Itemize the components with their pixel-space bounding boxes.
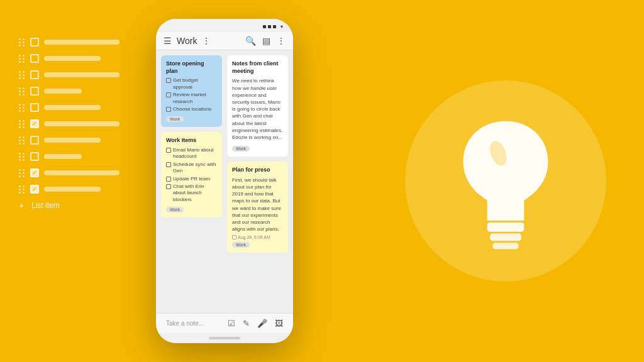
list-row-2: [19, 70, 132, 79]
row-dots-icon: [19, 104, 25, 112]
row-checkbox[interactable]: ✓: [30, 185, 39, 194]
phone-mockup: ▾ ☰ Work ⋮ 🔍 ▤ ⋮ Store opening plan Get …: [156, 19, 293, 343]
work-items-title: Work Items: [166, 137, 217, 145]
preso-text: First, we should talk about our plan for…: [232, 177, 283, 233]
row-dots-icon: [19, 71, 25, 79]
note-plan-preso[interactable]: Plan for preso First, we should talk abo…: [227, 162, 288, 253]
app-header: ☰ Work ⋮ 🔍 ▤ ⋮: [156, 32, 293, 50]
row-bar: [44, 138, 101, 143]
status-bar: ▾: [156, 19, 293, 32]
row-bar: [44, 170, 119, 175]
row-dots-icon: [19, 120, 25, 128]
row-checkbox[interactable]: [30, 54, 39, 63]
row-checkbox[interactable]: [30, 38, 39, 47]
note-client-meeting[interactable]: Notes from client meeting We need to ret…: [227, 55, 288, 156]
wcheckbox-2[interactable]: [166, 162, 171, 167]
bottom-icons: ☑ ✎ 🎤 🖼: [228, 319, 283, 328]
work-items-tag[interactable]: Work: [166, 207, 184, 212]
client-meeting-tag[interactable]: Work: [232, 146, 250, 151]
note-work-items[interactable]: Work Items Email Mario about headcount S…: [161, 132, 222, 217]
left-panel: ✓✓✓ + List item: [19, 38, 132, 210]
list-row-9: ✓: [19, 185, 132, 194]
wcheckbox-3[interactable]: [166, 177, 171, 182]
list-row-5: ✓: [19, 119, 132, 128]
note-title: Store opening plan: [166, 60, 217, 75]
row-dots-icon: [19, 136, 25, 145]
row-bar: [44, 105, 101, 110]
checklist-icon[interactable]: ☑: [228, 319, 235, 328]
row-bar: [44, 56, 101, 61]
row-checkbox[interactable]: ✓: [30, 168, 39, 177]
list-row-7: [19, 152, 132, 161]
row-checkbox[interactable]: [30, 87, 39, 96]
plus-icon: +: [19, 201, 28, 210]
signal-dots: [263, 25, 276, 28]
wifi-icon: ▾: [280, 24, 283, 30]
note-store-opening[interactable]: Store opening plan Get budget approval R…: [161, 55, 222, 127]
list-row-1: [19, 54, 132, 63]
list-row-8: ✓: [19, 168, 132, 177]
row-dots-icon: [19, 169, 25, 177]
mic-icon[interactable]: 🎤: [257, 319, 267, 328]
notes-right-column: Notes from client meeting We need to ret…: [227, 55, 288, 308]
list-row-0: [19, 38, 132, 47]
svg-rect-1: [490, 234, 521, 241]
add-item-label: List item: [31, 201, 60, 210]
check-item-3: Choose locations: [166, 106, 217, 112]
row-bar: [44, 187, 101, 192]
row-checkbox[interactable]: [30, 103, 39, 112]
header-more-icon[interactable]: ⋮: [202, 36, 211, 46]
notes-grid: Store opening plan Get budget approval R…: [156, 50, 293, 313]
svg-rect-0: [487, 222, 525, 232]
pen-icon[interactable]: ✎: [243, 319, 250, 328]
layout-icon[interactable]: ▤: [262, 36, 270, 46]
check-item-1: Get budget approval: [166, 77, 217, 90]
row-dots-icon: [19, 185, 25, 194]
preso-tag[interactable]: Work: [232, 242, 250, 248]
wcheckbox-4[interactable]: [166, 184, 171, 189]
row-checkbox[interactable]: [30, 152, 39, 161]
wcheckbox-1[interactable]: [166, 148, 171, 153]
svg-rect-2: [492, 243, 518, 249]
row-dots-icon: [19, 153, 25, 161]
client-meeting-title: Notes from client meeting: [232, 60, 283, 75]
list-row-3: [19, 87, 132, 96]
add-list-item[interactable]: + List item: [19, 201, 132, 210]
checkbox-3[interactable]: [166, 107, 171, 112]
notes-left-column: Store opening plan Get budget approval R…: [161, 55, 222, 308]
work-check-2: Schedule sync with Gen: [166, 162, 217, 175]
row-bar: [44, 40, 119, 45]
home-indicator: [156, 333, 293, 343]
app-title: Work: [177, 36, 197, 46]
row-bar: [44, 154, 82, 159]
work-check-1: Email Mario about headcount: [166, 147, 217, 160]
bottom-bar: Take a note... ☑ ✎ 🎤 🖼: [156, 313, 293, 333]
checkbox-2[interactable]: [166, 92, 171, 97]
row-dots-icon: [19, 38, 25, 47]
take-note-placeholder[interactable]: Take a note...: [166, 320, 228, 327]
client-meeting-text: We need to rethink how we handle user ex…: [232, 77, 283, 141]
options-icon[interactable]: ⋮: [277, 36, 286, 46]
lightbulb-circle: [405, 80, 606, 282]
row-checkbox[interactable]: [30, 70, 39, 79]
lightbulb-svg: [449, 112, 562, 250]
row-dots-icon: [19, 55, 25, 63]
search-icon[interactable]: 🔍: [245, 36, 256, 46]
note-tag-work[interactable]: Work: [166, 116, 184, 122]
image-icon[interactable]: 🖼: [275, 319, 283, 328]
row-dots-icon: [19, 87, 25, 96]
work-check-3: Update PR team: [166, 176, 217, 182]
preso-title: Plan for preso: [232, 167, 283, 174]
list-row-4: [19, 103, 132, 112]
home-bar: [209, 337, 240, 339]
row-checkbox[interactable]: [30, 136, 39, 145]
list-row-6: [19, 136, 132, 145]
row-checkbox[interactable]: ✓: [30, 119, 39, 128]
check-item-2: Review market research: [166, 92, 217, 105]
hamburger-icon[interactable]: ☰: [164, 36, 172, 46]
date-checkbox: [232, 235, 236, 239]
row-bar: [44, 72, 119, 77]
work-check-4: Chat with Erin about launch blockers: [166, 184, 217, 203]
checkbox-1[interactable]: [166, 78, 171, 83]
preso-date: Aug 28, 6:09 AM: [232, 235, 283, 239]
